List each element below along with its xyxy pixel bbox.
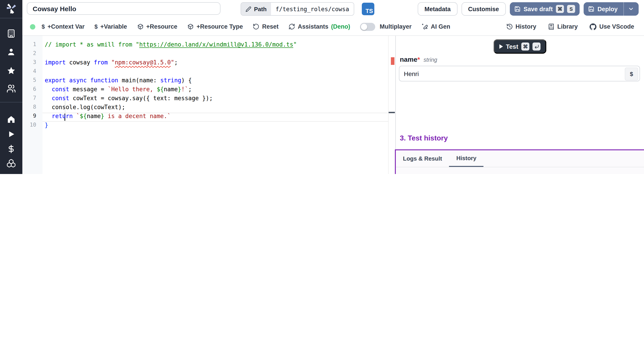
code-line[interactable]: console.log(cowText); — [42, 104, 388, 113]
line-number: 4 — [22, 68, 42, 77]
assistants-button[interactable]: Assistants (Deno) — [288, 23, 350, 30]
star-icon[interactable] — [7, 66, 16, 75]
s-key-badge: S — [567, 5, 575, 13]
code-token — [73, 113, 76, 120]
add-resource-label: +Resource — [146, 23, 177, 30]
add-variable-label: +Variable — [100, 23, 127, 30]
add-context-var-label: +Context Var — [48, 23, 84, 30]
code-token: name — [164, 86, 178, 92]
reset-button[interactable]: Reset — [253, 23, 278, 30]
typescript-badge: TS — [362, 3, 374, 15]
code-editor[interactable]: // import * as wmill from "https://deno.… — [42, 36, 388, 174]
code-token: main(name: — [118, 77, 160, 84]
use-vscode-label: Use VScode — [599, 23, 634, 30]
toggle-knob — [361, 24, 367, 30]
code-token: " — [111, 59, 115, 66]
assistants-label: Assistants — [298, 23, 328, 30]
dollar-icon[interactable] — [7, 144, 16, 154]
add-resource-type-label: +Resource Type — [196, 23, 243, 30]
history-button[interactable]: History — [506, 23, 536, 30]
test-label: Test — [506, 43, 518, 50]
run-panel: Test ⌘ name* string $ 3. Test history Lo… — [396, 36, 644, 174]
code-token: https://deno.land/x/windmill@v1.136.0/mo… — [139, 41, 294, 48]
path-label: Path — [254, 6, 266, 12]
boxes-icon[interactable] — [6, 158, 16, 168]
overview-ruler[interactable] — [388, 36, 395, 174]
use-vscode-button[interactable]: Use VScode — [590, 23, 634, 30]
code-token — [87, 77, 90, 84]
refresh-icon — [288, 23, 295, 30]
toolbar-right: History Library Use VScode — [506, 23, 644, 30]
code-token: is a decent name.` — [104, 113, 170, 120]
code-line[interactable]: // import * as wmill from "https://deno.… — [42, 41, 388, 50]
add-resource-button[interactable]: +Resource — [137, 23, 177, 30]
code-token: from — [94, 59, 108, 66]
code-line[interactable]: return `${name} is a decent name.` — [42, 113, 388, 122]
code-token: string — [160, 77, 181, 84]
workarea: 12345678910 // import * as wmill from "h… — [22, 36, 644, 174]
sidebar — [0, 0, 22, 174]
line-number: 8 — [22, 104, 42, 113]
code-token: const — [52, 86, 69, 92]
library-button[interactable]: Library — [548, 23, 578, 30]
play-icon — [499, 44, 503, 49]
user-icon[interactable] — [7, 48, 16, 56]
code-token: async — [69, 77, 87, 84]
code-token: " — [171, 59, 174, 66]
tab-history[interactable]: History — [449, 150, 484, 167]
test-history-panel: Logs & Result History Id Created At Succ… — [395, 150, 644, 174]
code-line[interactable]: const cowText = cowsay.say({ text: messa… — [42, 95, 388, 104]
line-number: 10 — [22, 122, 42, 130]
tab-logs-result[interactable]: Logs & Result — [396, 150, 449, 167]
cmd-key-badge: ⌘ — [556, 5, 564, 13]
test-button[interactable]: Test ⌘ — [493, 39, 546, 54]
variable-picker-button[interactable]: $ — [625, 68, 638, 80]
code-token: name — [87, 113, 101, 120]
metadata-button[interactable]: Metadata — [418, 2, 457, 16]
code-token: ` — [76, 113, 80, 120]
users-icon[interactable] — [6, 84, 16, 93]
code-line[interactable]: } — [42, 122, 388, 130]
deploy-divider — [624, 2, 624, 16]
deploy-button[interactable]: Deploy — [584, 2, 639, 16]
add-resource-type-button[interactable]: +Resource Type — [187, 23, 243, 30]
rotate-ccw-icon — [253, 23, 260, 30]
add-variable-button[interactable]: $ +Variable — [94, 23, 127, 30]
code-token: npm:cowsay@1.5.0 — [115, 59, 170, 66]
code-token: const — [52, 95, 69, 102]
script-title-input[interactable] — [27, 2, 220, 15]
arg-name-input[interactable] — [399, 66, 640, 82]
multiplayer-text: Multiplayer — [380, 23, 412, 30]
multiplayer-label: Multiplayer — [380, 23, 412, 30]
code-token: cowText = cowsay.say({ text: message }); — [69, 95, 213, 102]
customise-button[interactable]: Customise — [461, 2, 506, 16]
code-token — [45, 95, 52, 102]
path-value[interactable]: f/testing_roles/cowsa — [271, 3, 354, 15]
code-token: return — [52, 113, 73, 120]
code-token — [45, 113, 52, 120]
save-draft-button[interactable]: Save draft ⌘ S — [510, 2, 580, 16]
home-icon[interactable] — [7, 115, 16, 124]
windmill-logo-icon[interactable] — [5, 3, 17, 14]
path-edit-button[interactable]: Path — [241, 3, 271, 15]
multiplayer-toggle[interactable] — [360, 22, 375, 31]
sidebar-divider — [0, 102, 22, 102]
code-line[interactable]: export async function main(name: string)… — [42, 77, 388, 86]
code-token — [45, 86, 52, 92]
code-token — [108, 59, 111, 66]
code-line[interactable]: const message = `Hello there, ${name}!`; — [42, 86, 388, 95]
ai-gen-button[interactable]: AI Gen — [421, 23, 450, 30]
save-draft-label: Save draft — [524, 6, 553, 12]
building-icon[interactable] — [7, 29, 16, 38]
code-line[interactable]: import cowsay from "npm:cowsay@1.5.0"; — [42, 59, 388, 68]
code-line[interactable] — [42, 50, 388, 59]
code-token: " — [293, 41, 297, 48]
save-icon — [588, 6, 594, 12]
add-context-var-button[interactable]: $ +Context Var — [42, 23, 84, 30]
chevron-down-icon[interactable] — [628, 6, 634, 12]
code-token: import — [45, 59, 66, 66]
play-icon[interactable] — [7, 130, 15, 138]
code-line[interactable] — [42, 68, 388, 77]
library-label: Library — [557, 23, 578, 30]
code-token: ${ — [157, 86, 164, 92]
